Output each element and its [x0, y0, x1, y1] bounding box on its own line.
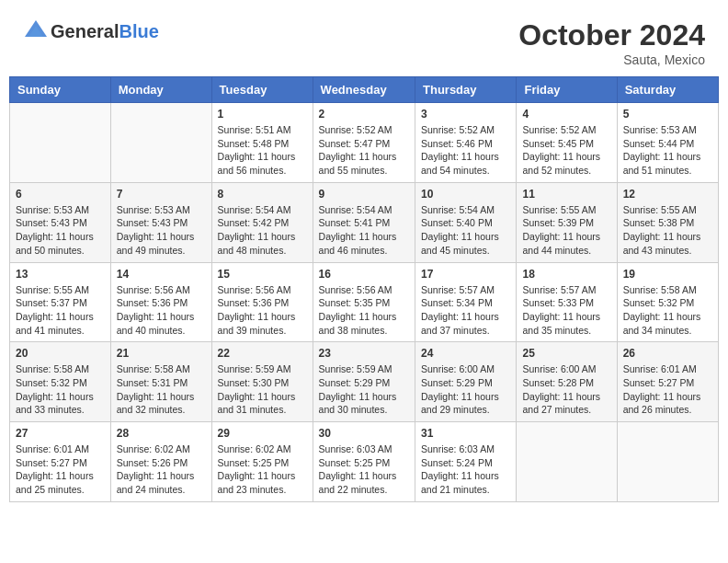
day-number: 14	[117, 268, 206, 281]
day-number: 8	[218, 188, 307, 201]
calendar-cell: 25Sunrise: 6:00 AMSunset: 5:28 PMDayligh…	[517, 342, 617, 422]
day-number: 30	[319, 427, 409, 440]
day-info: Sunrise: 5:51 AMSunset: 5:48 PMDaylight:…	[218, 123, 307, 178]
day-number: 25	[522, 347, 610, 360]
day-info: Sunrise: 6:01 AMSunset: 5:27 PMDaylight:…	[16, 442, 105, 497]
location: Sauta, Mexico	[518, 52, 705, 67]
day-info: Sunrise: 5:57 AMSunset: 5:33 PMDaylight:…	[522, 283, 610, 338]
day-info: Sunrise: 5:54 AMSunset: 5:42 PMDaylight:…	[218, 203, 307, 258]
day-number: 7	[117, 188, 206, 201]
day-info: Sunrise: 5:58 AMSunset: 5:32 PMDaylight:…	[623, 283, 712, 338]
calendar-table: SundayMondayTuesdayWednesdayThursdayFrid…	[9, 76, 719, 502]
day-number: 12	[623, 188, 712, 201]
day-info: Sunrise: 6:03 AMSunset: 5:24 PMDaylight:…	[421, 442, 510, 497]
title-area: October 2024 Sauta, Mexico	[518, 18, 705, 67]
calendar-cell: 10Sunrise: 5:54 AMSunset: 5:40 PMDayligh…	[415, 182, 517, 262]
calendar-cell: 7Sunrise: 5:53 AMSunset: 5:43 PMDaylight…	[110, 182, 211, 262]
day-number: 17	[421, 268, 510, 281]
day-info: Sunrise: 6:03 AMSunset: 5:25 PMDaylight:…	[319, 442, 409, 497]
day-number: 16	[319, 268, 409, 281]
logo-blue-text: Blue	[119, 21, 158, 42]
day-info: Sunrise: 5:56 AMSunset: 5:36 PMDaylight:…	[117, 283, 206, 338]
day-number: 11	[522, 188, 610, 201]
day-number: 23	[319, 347, 409, 360]
day-info: Sunrise: 5:58 AMSunset: 5:31 PMDaylight:…	[117, 362, 206, 417]
calendar-week-row: 1Sunrise: 5:51 AMSunset: 5:48 PMDaylight…	[10, 103, 719, 183]
day-info: Sunrise: 5:56 AMSunset: 5:35 PMDaylight:…	[319, 283, 409, 338]
day-info: Sunrise: 6:02 AMSunset: 5:26 PMDaylight:…	[117, 442, 206, 497]
day-info: Sunrise: 5:55 AMSunset: 5:38 PMDaylight:…	[623, 203, 712, 258]
calendar-cell: 13Sunrise: 5:55 AMSunset: 5:37 PMDayligh…	[10, 262, 111, 342]
day-number: 27	[16, 427, 105, 440]
day-info: Sunrise: 5:52 AMSunset: 5:47 PMDaylight:…	[319, 123, 409, 178]
day-number: 9	[319, 188, 409, 201]
calendar-week-row: 20Sunrise: 5:58 AMSunset: 5:32 PMDayligh…	[10, 342, 719, 422]
day-number: 22	[218, 347, 307, 360]
calendar-week-row: 27Sunrise: 6:01 AMSunset: 5:27 PMDayligh…	[10, 422, 719, 502]
day-number: 3	[421, 108, 510, 121]
day-info: Sunrise: 6:01 AMSunset: 5:27 PMDaylight:…	[623, 362, 712, 417]
day-info: Sunrise: 5:52 AMSunset: 5:46 PMDaylight:…	[421, 123, 510, 178]
calendar-cell: 31Sunrise: 6:03 AMSunset: 5:24 PMDayligh…	[415, 422, 517, 502]
calendar-cell: 6Sunrise: 5:53 AMSunset: 5:43 PMDaylight…	[10, 182, 111, 262]
calendar-cell: 11Sunrise: 5:55 AMSunset: 5:39 PMDayligh…	[517, 182, 617, 262]
day-info: Sunrise: 5:53 AMSunset: 5:44 PMDaylight:…	[623, 123, 712, 178]
day-info: Sunrise: 6:00 AMSunset: 5:29 PMDaylight:…	[421, 362, 510, 417]
logo-icon	[23, 18, 49, 44]
calendar-cell: 28Sunrise: 6:02 AMSunset: 5:26 PMDayligh…	[110, 422, 211, 502]
calendar-cell: 1Sunrise: 5:51 AMSunset: 5:48 PMDaylight…	[211, 103, 313, 183]
calendar-cell: 2Sunrise: 5:52 AMSunset: 5:47 PMDaylight…	[313, 103, 415, 183]
calendar-cell: 15Sunrise: 5:56 AMSunset: 5:36 PMDayligh…	[211, 262, 313, 342]
day-info: Sunrise: 5:59 AMSunset: 5:30 PMDaylight:…	[218, 362, 307, 417]
day-number: 18	[522, 268, 610, 281]
day-number: 19	[623, 268, 712, 281]
day-number: 29	[218, 427, 307, 440]
calendar-cell: 17Sunrise: 5:57 AMSunset: 5:34 PMDayligh…	[415, 262, 517, 342]
month-title: October 2024	[518, 18, 705, 52]
day-info: Sunrise: 5:55 AMSunset: 5:37 PMDaylight:…	[16, 283, 105, 338]
day-number: 31	[421, 427, 510, 440]
day-info: Sunrise: 5:54 AMSunset: 5:40 PMDaylight:…	[421, 203, 510, 258]
calendar-cell: 29Sunrise: 6:02 AMSunset: 5:25 PMDayligh…	[211, 422, 313, 502]
col-header-saturday: Saturday	[617, 77, 718, 103]
calendar-cell	[10, 103, 111, 183]
col-header-sunday: Sunday	[10, 77, 111, 103]
calendar-cell: 21Sunrise: 5:58 AMSunset: 5:31 PMDayligh…	[110, 342, 211, 422]
day-number: 4	[522, 108, 610, 121]
day-info: Sunrise: 6:02 AMSunset: 5:25 PMDaylight:…	[218, 442, 307, 497]
calendar-week-row: 13Sunrise: 5:55 AMSunset: 5:37 PMDayligh…	[10, 262, 719, 342]
col-header-tuesday: Tuesday	[211, 77, 313, 103]
calendar-cell: 27Sunrise: 6:01 AMSunset: 5:27 PMDayligh…	[10, 422, 111, 502]
day-info: Sunrise: 5:55 AMSunset: 5:39 PMDaylight:…	[522, 203, 610, 258]
col-header-thursday: Thursday	[415, 77, 517, 103]
calendar-cell: 9Sunrise: 5:54 AMSunset: 5:41 PMDaylight…	[313, 182, 415, 262]
day-info: Sunrise: 5:56 AMSunset: 5:36 PMDaylight:…	[218, 283, 307, 338]
day-info: Sunrise: 5:58 AMSunset: 5:32 PMDaylight:…	[16, 362, 105, 417]
col-header-friday: Friday	[517, 77, 617, 103]
day-info: Sunrise: 5:53 AMSunset: 5:43 PMDaylight:…	[16, 203, 105, 258]
calendar-cell: 18Sunrise: 5:57 AMSunset: 5:33 PMDayligh…	[517, 262, 617, 342]
day-number: 1	[218, 108, 307, 121]
day-info: Sunrise: 5:57 AMSunset: 5:34 PMDaylight:…	[421, 283, 510, 338]
day-number: 10	[421, 188, 510, 201]
calendar-cell: 3Sunrise: 5:52 AMSunset: 5:46 PMDaylight…	[415, 103, 517, 183]
day-info: Sunrise: 5:59 AMSunset: 5:29 PMDaylight:…	[319, 362, 409, 417]
calendar-cell: 12Sunrise: 5:55 AMSunset: 5:38 PMDayligh…	[617, 182, 718, 262]
day-info: Sunrise: 6:00 AMSunset: 5:28 PMDaylight:…	[522, 362, 610, 417]
calendar-cell: 8Sunrise: 5:54 AMSunset: 5:42 PMDaylight…	[211, 182, 313, 262]
logo-general-text: General	[51, 21, 119, 42]
day-number: 6	[16, 188, 105, 201]
col-header-monday: Monday	[110, 77, 211, 103]
calendar-cell: 23Sunrise: 5:59 AMSunset: 5:29 PMDayligh…	[313, 342, 415, 422]
day-number: 5	[623, 108, 712, 121]
day-number: 26	[623, 347, 712, 360]
calendar-cell: 24Sunrise: 6:00 AMSunset: 5:29 PMDayligh…	[415, 342, 517, 422]
calendar-cell: 30Sunrise: 6:03 AMSunset: 5:25 PMDayligh…	[313, 422, 415, 502]
calendar-week-row: 6Sunrise: 5:53 AMSunset: 5:43 PMDaylight…	[10, 182, 719, 262]
calendar-cell: 26Sunrise: 6:01 AMSunset: 5:27 PMDayligh…	[617, 342, 718, 422]
calendar-cell: 5Sunrise: 5:53 AMSunset: 5:44 PMDaylight…	[617, 103, 718, 183]
day-number: 20	[16, 347, 105, 360]
day-number: 2	[319, 108, 409, 121]
calendar-cell	[617, 422, 718, 502]
col-header-wednesday: Wednesday	[313, 77, 415, 103]
